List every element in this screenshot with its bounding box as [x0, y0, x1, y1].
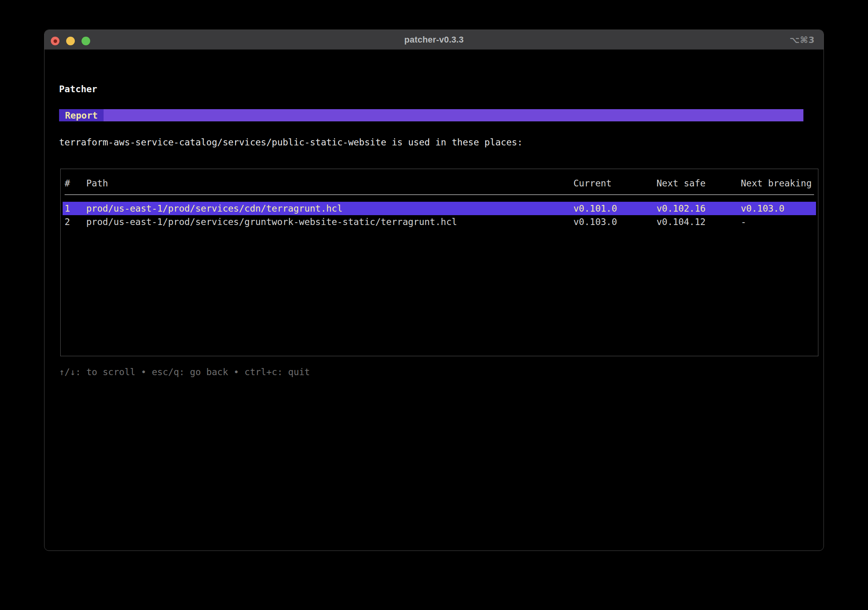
row-path-cell: prod/us-east-1/prod/services/cdn/terragr…: [86, 202, 573, 215]
row-next-breaking-version-cell: v0.103.0: [741, 202, 814, 215]
close-dot-icon: [54, 39, 57, 43]
window-shortcut-badge: ⌥⌘3: [790, 30, 815, 50]
zoom-window-button[interactable]: [82, 37, 90, 45]
row-next-safe-version-cell: v0.102.16: [657, 202, 741, 215]
table-body: 1 prod/us-east-1/prod/services/cdn/terra…: [63, 202, 816, 229]
row-number-cell: 2: [65, 215, 86, 229]
traffic-lights: [51, 37, 97, 45]
window-titlebar[interactable]: patcher-v0.3.3 ⌥⌘3: [45, 30, 823, 50]
app-heading: Patcher: [59, 83, 97, 95]
usage-description: terraform-aws-service-catalog/services/p…: [59, 136, 523, 148]
window-title: patcher-v0.3.3: [404, 35, 464, 45]
table-row[interactable]: 2 prod/us-east-1/prod/services/gruntwork…: [63, 215, 816, 229]
row-number-cell: 1: [65, 202, 86, 215]
keybinding-help: ↑/↓: to scroll • esc/q: go back • ctrl+c…: [59, 366, 310, 378]
row-next-breaking-version-cell: -: [741, 215, 814, 229]
minimize-window-button[interactable]: [66, 37, 75, 45]
usage-table: # Path Current Next safe Next breaking 1…: [60, 169, 818, 356]
column-header-path: Path: [86, 178, 573, 188]
column-header-next-safe: Next safe: [657, 178, 741, 188]
row-next-safe-version-cell: v0.104.12: [657, 215, 741, 229]
table-header-row: # Path Current Next safe Next breaking: [65, 169, 814, 195]
terminal-screen: Patcher Report terraform-aws-service-cat…: [45, 50, 823, 551]
row-current-version-cell: v0.103.0: [573, 215, 657, 229]
column-header-number: #: [65, 178, 86, 188]
column-header-next-breaking: Next breaking: [741, 178, 814, 188]
column-header-current: Current: [573, 178, 657, 188]
report-tab-bar: Report: [59, 109, 803, 121]
tab-report[interactable]: Report: [59, 109, 104, 121]
row-path-cell: prod/us-east-1/prod/services/gruntwork-w…: [86, 215, 573, 229]
row-current-version-cell: v0.101.0: [573, 202, 657, 215]
terminal-window: patcher-v0.3.3 ⌥⌘3 Patcher Report terraf…: [44, 30, 824, 551]
close-window-button[interactable]: [51, 37, 59, 45]
table-row[interactable]: 1 prod/us-east-1/prod/services/cdn/terra…: [63, 202, 816, 215]
